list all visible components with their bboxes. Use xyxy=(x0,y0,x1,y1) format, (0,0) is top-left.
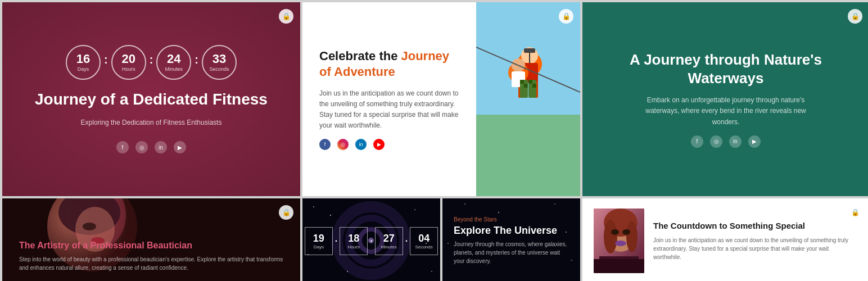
adventure-linkedin-icon[interactable]: in xyxy=(355,139,367,150)
explore-desc: Journey through the cosmos, where galaxi… xyxy=(454,240,569,265)
svg-point-50 xyxy=(626,221,638,252)
days-unit: 16 Days xyxy=(66,45,101,80)
svg-point-31 xyxy=(313,206,314,207)
lock-icon-fitness[interactable]: 🔒 xyxy=(279,9,293,24)
adventure-facebook-icon[interactable]: f xyxy=(319,139,331,150)
beauty-title: The Artistry of a Professional Beauticia… xyxy=(19,240,283,252)
countdown-fitness: 16 Days : 20 Hours : 24 Minutes xyxy=(66,45,237,80)
univ-colon2: . xyxy=(370,234,372,244)
minutes-unit: 24 Minutes xyxy=(156,45,191,80)
univ-minutes-box: 27 Minutes xyxy=(375,227,403,255)
seconds-circle: 33 Seconds xyxy=(202,45,237,80)
lock-icon-special[interactable]: 🔒 xyxy=(848,205,862,220)
svg-point-32 xyxy=(330,215,331,216)
univ-colon1: . xyxy=(335,234,337,244)
adventure-title: Celebrate the Journey of Adventure xyxy=(319,48,459,80)
svg-rect-17 xyxy=(528,80,532,84)
lock-icon-nature[interactable]: 🔒 xyxy=(848,9,862,24)
nature-youtube-icon[interactable]: ▶ xyxy=(748,135,761,148)
adventure-instagram-icon[interactable]: ◎ xyxy=(337,139,349,150)
svg-point-36 xyxy=(431,271,432,272)
univ-hours-box: 18 Hours xyxy=(340,227,368,255)
svg-point-52 xyxy=(622,229,630,235)
svg-point-40 xyxy=(498,212,499,213)
univ-days-box: 19 Days xyxy=(305,227,333,255)
card-nature: 🔒 A Journey through Nature's Waterways E… xyxy=(582,2,868,196)
adventure-image xyxy=(476,2,580,196)
svg-rect-11 xyxy=(524,48,535,53)
fitness-social: f ◎ in ▶ xyxy=(116,141,186,153)
card-adventure: 🔒 Celebrate the Journey of Adventure Joi… xyxy=(302,2,580,196)
univ-seconds-box: 04 Seconds xyxy=(410,227,438,255)
fitness-instagram-icon[interactable]: ◎ xyxy=(135,141,148,153)
adventure-desc: Join us in the anticipation as we count … xyxy=(319,88,459,132)
svg-rect-16 xyxy=(524,84,528,88)
nature-linkedin-icon[interactable]: in xyxy=(729,135,742,148)
lock-icon-beauty[interactable]: 🔒 xyxy=(279,205,293,220)
countdown-universe: 19 Days . 18 Hours . 27 Minutes . 04 Sec… xyxy=(305,227,438,255)
nature-title: A Journey through Nature's Waterways xyxy=(605,51,847,87)
svg-point-33 xyxy=(414,209,415,210)
hours-unit: 20 Hours xyxy=(111,45,146,80)
nature-desc: Embark on an unforgettable journey throu… xyxy=(636,95,816,128)
adventure-left: Celebrate the Journey of Adventure Join … xyxy=(302,2,476,196)
fitness-linkedin-icon[interactable]: in xyxy=(155,141,167,153)
univ-colon3: . xyxy=(405,234,408,244)
adventure-social: f ◎ in ▶ xyxy=(319,139,459,150)
svg-point-49 xyxy=(604,220,617,253)
card-beauty: 🔒 The Artistry of a Professional Beautic… xyxy=(2,198,300,281)
fitness-title: Journey of a Dedicated Fitness xyxy=(35,90,268,109)
minutes-circle: 24 Minutes xyxy=(156,45,191,80)
colon3: : xyxy=(195,53,198,66)
card-universe-countdown: 19 Days . 18 Hours . 27 Minutes . 04 Sec… xyxy=(302,198,440,281)
hours-circle: 20 Hours xyxy=(111,45,146,80)
adventure-youtube-icon[interactable]: ▶ xyxy=(373,139,385,150)
svg-point-53 xyxy=(615,241,626,246)
colon2: : xyxy=(150,53,153,66)
svg-rect-15 xyxy=(520,80,524,84)
nature-social: f ◎ in ▶ xyxy=(691,135,761,148)
special-desc: Join us in the anticipation as we count … xyxy=(653,236,858,261)
explore-title: Explore The Universe xyxy=(454,225,569,237)
fitness-subtitle: Exploring the Dedication of Fitness Enth… xyxy=(81,119,222,126)
adventure-title-prefix: Celebrate the Journey xyxy=(319,49,449,63)
svg-point-43 xyxy=(447,243,449,244)
zipline-illustration xyxy=(476,2,580,196)
svg-point-41 xyxy=(554,203,555,205)
nature-instagram-icon[interactable]: ◎ xyxy=(710,135,722,148)
svg-point-51 xyxy=(611,229,619,235)
beauty-desc: Step into the world of beauty with a pro… xyxy=(19,255,283,272)
svg-rect-18 xyxy=(532,84,536,88)
nature-facebook-icon[interactable]: f xyxy=(691,135,703,148)
card-special: 🔒 xyxy=(582,198,868,281)
svg-point-39 xyxy=(464,203,465,205)
lock-icon-adventure[interactable]: 🔒 xyxy=(559,9,573,24)
card-explore: Beyond the Stars Explore The Universe Jo… xyxy=(442,198,580,281)
special-text: The Countdown to Something Special Join … xyxy=(653,220,858,261)
svg-rect-55 xyxy=(594,259,644,273)
svg-point-24 xyxy=(83,223,96,230)
fitness-youtube-icon[interactable]: ▶ xyxy=(174,141,186,153)
special-title: The Countdown to Something Special xyxy=(653,220,858,232)
adventure-title-highlight: of Adventure xyxy=(319,65,395,79)
svg-rect-1 xyxy=(476,115,580,196)
explore-eyebrow: Beyond the Stars xyxy=(454,216,569,223)
fitness-facebook-icon[interactable]: f xyxy=(116,141,129,153)
svg-point-44 xyxy=(571,260,572,261)
days-circle: 16 Days xyxy=(66,45,101,80)
special-photo xyxy=(594,209,644,273)
special-photo-img xyxy=(594,209,644,273)
card-fitness: 🔒 16 Days : 20 Hours : xyxy=(2,2,300,196)
svg-point-37 xyxy=(347,271,348,272)
seconds-unit: 33 Seconds xyxy=(202,45,237,80)
colon1: : xyxy=(104,53,108,66)
page-grid: 🔒 16 Days : 20 Hours : xyxy=(0,0,868,281)
